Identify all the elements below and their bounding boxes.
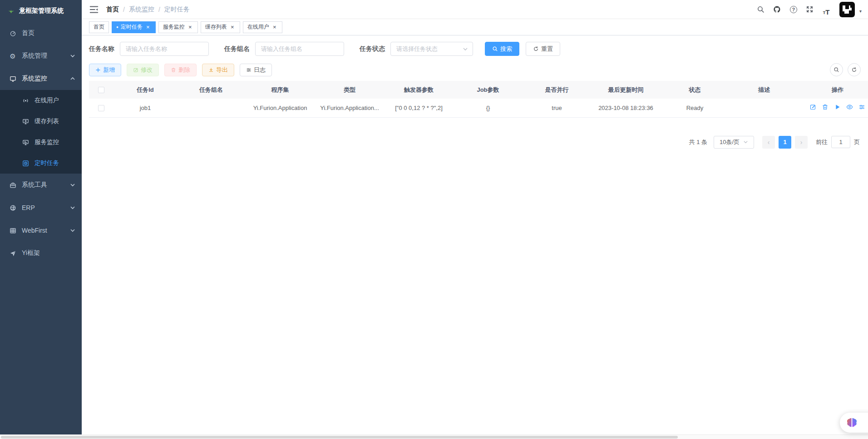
select-all-checkbox[interactable]	[98, 87, 104, 93]
fullscreen-icon[interactable]	[804, 4, 816, 15]
pagination-total: 共 1 条	[689, 138, 707, 146]
plus-icon	[95, 67, 101, 73]
sidebar-item-scheduled-tasks[interactable]: 定时任务	[0, 153, 82, 174]
refresh-icon	[851, 67, 857, 73]
paper-plane-icon	[9, 249, 16, 257]
table-row[interactable]: job1 Yi.Furion.Application Yi.Furion.App…	[89, 99, 868, 117]
font-size-icon[interactable]: TT	[820, 4, 832, 15]
sidebar-item-system-monitor[interactable]: 系统监控	[0, 67, 82, 90]
breadcrumb-home[interactable]: 首页	[106, 5, 119, 14]
task-group-input[interactable]	[255, 42, 344, 56]
add-button-label: 新增	[103, 66, 115, 74]
delete-button-label: 删除	[178, 66, 190, 74]
app-window: 意框架管理系统 首页 ⚙ 系统管理 系统监控 在线用户	[0, 0, 868, 434]
sidebar-item-system-management[interactable]: ⚙ 系统管理	[0, 45, 82, 67]
row-delete-icon[interactable]	[822, 104, 829, 111]
column-header: Job参数	[454, 81, 523, 99]
timer-icon	[22, 160, 29, 167]
sidebar-item-webfirst[interactable]: WebFirst	[0, 219, 82, 242]
horizontal-scrollbar	[0, 434, 868, 439]
row-checkbox[interactable]	[98, 105, 104, 111]
avatar[interactable]	[839, 2, 855, 17]
tab-label: 在线用户	[247, 23, 269, 31]
page-content: 任务名称 任务组名 任务状态 请选择任务状态 搜索	[82, 35, 868, 434]
cell-status: Ready	[661, 99, 729, 117]
row-more-icon[interactable]	[858, 104, 866, 111]
search-toggle-button[interactable]	[830, 63, 843, 76]
close-icon[interactable]: ×	[145, 24, 151, 30]
column-header: 描述	[729, 81, 799, 99]
breadcrumb: 首页 / 系统监控 / 定时任务	[106, 5, 190, 14]
tab-online-users[interactable]: 在线用户 ×	[243, 21, 282, 33]
table-grid-icon	[9, 227, 16, 234]
sliders-icon	[246, 67, 252, 73]
table-header-row: 任务Id 任务组名 程序集 类型 触发器参数 Job参数 是否并行 最后更新时间…	[89, 81, 868, 99]
download-icon	[208, 67, 214, 73]
chevron-down-icon	[70, 228, 75, 233]
breadcrumb-separator: /	[123, 6, 125, 13]
avatar-caret-down-icon[interactable]: ▾	[859, 9, 862, 14]
tab-label: 首页	[94, 23, 104, 31]
column-header: 触发器参数	[384, 81, 454, 99]
close-icon[interactable]: ×	[229, 24, 236, 30]
help-icon[interactable]: ?	[788, 4, 799, 15]
goto-page-input[interactable]	[831, 136, 850, 148]
sidebar-item-system-tools[interactable]: 系统工具	[0, 174, 82, 196]
log-button[interactable]: 日志	[240, 64, 272, 76]
hamburger-icon[interactable]	[89, 5, 99, 15]
column-header: 任务Id	[113, 81, 177, 99]
chevron-down-icon	[743, 140, 748, 145]
column-header: 程序集	[245, 81, 315, 99]
sidebar-item-cache-list[interactable]: 缓存列表	[0, 111, 82, 132]
page-number-1[interactable]: 1	[779, 136, 791, 149]
prev-icon: ‹	[768, 139, 770, 146]
tab-service-monitor[interactable]: 服务监控 ×	[158, 21, 198, 33]
task-status-select[interactable]: 请选择任务状态	[390, 42, 473, 56]
cell-type: Yi.Furion.Application...	[315, 99, 384, 117]
sidebar-logo[interactable]: 意框架管理系统	[0, 0, 82, 22]
search-icon[interactable]	[755, 4, 767, 15]
reset-button[interactable]: 重置	[526, 42, 560, 56]
sidebar-item-service-monitor[interactable]: 服务监控	[0, 132, 82, 153]
row-run-icon[interactable]	[834, 104, 841, 111]
tab-scheduled-tasks[interactable]: ● 定时任务 ×	[112, 21, 156, 33]
scrollbar-thumb[interactable]	[1, 436, 678, 439]
broadcast-icon	[22, 97, 29, 104]
column-header: 操作	[799, 81, 868, 99]
refresh-table-button[interactable]	[848, 63, 861, 76]
sidebar-item-home[interactable]: 首页	[0, 22, 82, 45]
tab-home[interactable]: 首页	[89, 21, 109, 33]
sidebar-item-online-users[interactable]: 在线用户	[0, 90, 82, 111]
sidebar-item-yi-framework[interactable]: Yi框架	[0, 242, 82, 264]
sidebar-submenu-monitor: 在线用户 缓存列表 服务监控 定时任务	[0, 90, 82, 174]
row-view-icon[interactable]	[846, 104, 853, 111]
edit-button[interactable]: 修改	[127, 64, 159, 76]
sidebar-item-label: 在线用户	[35, 96, 75, 105]
tab-cache-list[interactable]: 缓存列表 ×	[201, 21, 240, 33]
search-button[interactable]: 搜索	[485, 42, 519, 56]
ai-assistant-button[interactable]	[840, 413, 868, 433]
chevron-up-icon	[70, 76, 75, 81]
sidebar-item-erp[interactable]: ERP	[0, 196, 82, 219]
export-button[interactable]: 导出	[202, 64, 234, 76]
chevron-down-icon	[70, 205, 75, 210]
sidebar: 意框架管理系统 首页 ⚙ 系统管理 系统监控 在线用户	[0, 0, 82, 434]
close-icon[interactable]: ×	[271, 24, 278, 30]
next-page-button[interactable]: ›	[795, 136, 808, 149]
task-name-input[interactable]	[120, 42, 209, 56]
github-icon[interactable]	[771, 4, 783, 15]
page-size-select[interactable]: 10条/页	[714, 136, 754, 149]
close-icon[interactable]: ×	[187, 24, 193, 30]
add-button[interactable]: 新增	[89, 64, 121, 76]
edit-button-label: 修改	[141, 66, 153, 74]
page-unit-label: 页	[854, 138, 860, 146]
delete-button[interactable]: 删除	[164, 64, 197, 76]
navbar-right: ? TT ▾	[755, 2, 862, 17]
search-form: 任务名称 任务组名 任务状态 请选择任务状态 搜索	[89, 42, 861, 56]
prev-page-button[interactable]: ‹	[762, 136, 775, 149]
breadcrumb-system-monitor[interactable]: 系统监控	[129, 5, 154, 14]
chevron-down-icon	[70, 182, 75, 188]
row-edit-icon[interactable]	[809, 104, 817, 111]
reset-button-label: 重置	[541, 45, 553, 53]
main-area: 首页 / 系统监控 / 定时任务 ? T	[82, 0, 868, 434]
